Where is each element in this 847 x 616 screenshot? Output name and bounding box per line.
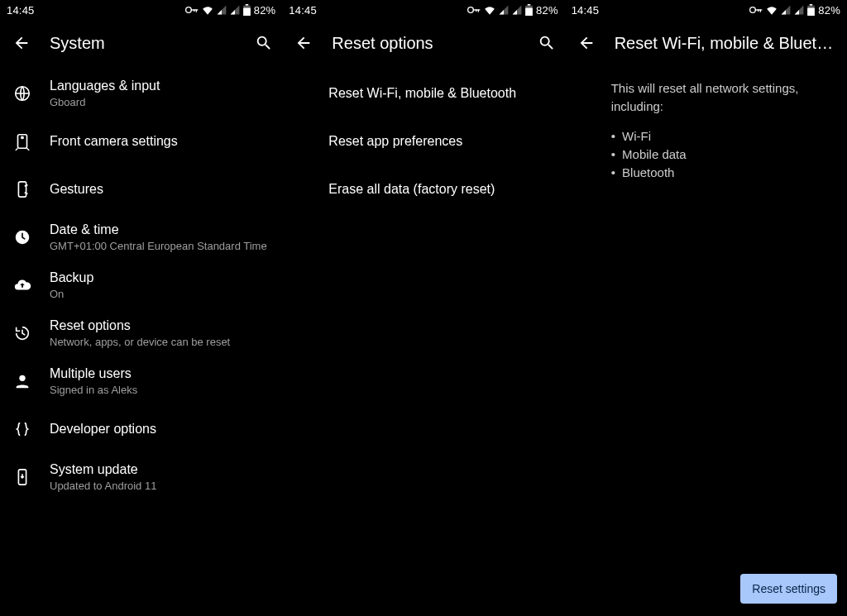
braces-icon (13, 420, 50, 438)
row-title: Backup (50, 270, 93, 286)
row-title: Front camera settings (50, 133, 178, 150)
battery-icon (807, 4, 815, 16)
row-front-camera[interactable]: Front camera settings (0, 117, 282, 165)
status-battery-pct: 82% (254, 4, 276, 17)
reset-list: Reset Wi-Fi, mobile & Bluetooth Reset ap… (282, 66, 564, 217)
status-battery-pct: 82% (536, 4, 558, 17)
search-button[interactable] (252, 31, 275, 55)
row-title: Reset app preferences (328, 133, 462, 150)
row-subtitle: Signed in as Aleks (50, 384, 137, 397)
page-title: System (50, 34, 236, 53)
front-camera-icon (13, 132, 50, 150)
row-subtitle: Updated to Android 11 (50, 480, 156, 493)
app-bar: Reset options (282, 20, 564, 66)
svg-rect-20 (525, 7, 533, 16)
arrow-back-icon (577, 34, 596, 52)
app-bar: System (0, 20, 282, 66)
row-subtitle: GMT+01:00 Central European Standard Time (50, 240, 267, 253)
search-button[interactable] (535, 31, 558, 55)
person-icon (13, 372, 50, 390)
back-button[interactable] (292, 31, 315, 55)
row-title: Languages & input (50, 78, 160, 94)
system-update-icon (13, 468, 50, 486)
clock-icon (13, 228, 50, 246)
signal-2-icon (512, 5, 522, 15)
svg-rect-18 (528, 4, 531, 6)
row-reset-app-prefs[interactable]: Reset app preferences (282, 117, 564, 165)
row-system-update[interactable]: System update Updated to Android 11 (0, 453, 282, 501)
reset-settings-button[interactable]: Reset settings (740, 574, 837, 604)
wifi-icon (202, 5, 213, 15)
status-bar: 14:45 82% (565, 0, 847, 20)
svg-rect-2 (195, 9, 196, 12)
row-title: Erase all data (factory reset) (328, 181, 495, 198)
page-title: Reset Wi-Fi, mobile & Blueto… (615, 34, 840, 53)
status-time: 14:45 (7, 4, 35, 17)
page-title: Reset options (332, 34, 518, 53)
bullet-bluetooth: Bluetooth (611, 164, 830, 182)
row-date-time[interactable]: Date & time GMT+01:00 Central European S… (0, 213, 282, 261)
svg-rect-27 (807, 7, 815, 16)
signal-1-icon (781, 5, 791, 15)
row-reset-network[interactable]: Reset Wi-Fi, mobile & Bluetooth (282, 69, 564, 117)
bullet-list: Wi-Fi Mobile data Bluetooth (565, 116, 847, 182)
vpn-key-icon (467, 6, 481, 14)
settings-list: Languages & input Gboard Front camera se… (0, 66, 282, 504)
search-icon (255, 34, 273, 52)
back-button[interactable] (575, 31, 598, 55)
globe-icon (13, 84, 50, 103)
row-title: Reset Wi-Fi, mobile & Bluetooth (328, 85, 516, 102)
row-developer-options[interactable]: Developer options (0, 405, 282, 453)
svg-point-9 (22, 136, 23, 138)
cloud-upload-icon (13, 276, 50, 294)
svg-rect-16 (478, 9, 479, 12)
row-languages-input[interactable]: Languages & input Gboard (0, 69, 282, 117)
svg-rect-6 (243, 7, 251, 16)
signal-2-icon (794, 5, 804, 15)
arrow-back-icon (12, 34, 31, 52)
screen-system: 14:45 82% (0, 0, 282, 616)
row-subtitle: On (50, 288, 93, 301)
svg-point-12 (19, 375, 25, 381)
signal-1-icon (499, 5, 509, 15)
screen-reset-network: 14:45 82% (565, 0, 847, 616)
app-bar: Reset Wi-Fi, mobile & Blueto… (565, 20, 847, 66)
row-title: System update (50, 461, 156, 478)
row-gestures[interactable]: Gestures (0, 165, 282, 213)
bullet-mobile-data: Mobile data (611, 146, 830, 164)
status-right: 82% (749, 4, 840, 17)
row-title: Developer options (50, 421, 156, 437)
svg-point-14 (468, 7, 474, 13)
status-bar: 14:45 82% (0, 0, 282, 20)
row-subtitle: Gboard (50, 96, 160, 109)
status-time: 14:45 (289, 4, 317, 17)
row-backup[interactable]: Backup On (0, 261, 282, 309)
status-right: 82% (467, 4, 558, 17)
row-title: Gestures (50, 181, 103, 198)
row-subtitle: Network, apps, or device can be reset (50, 336, 230, 349)
restore-icon (13, 324, 50, 342)
svg-rect-25 (810, 4, 813, 6)
svg-point-21 (750, 7, 756, 13)
svg-rect-24 (758, 9, 758, 12)
intro-text: This will reset all network settings, in… (565, 66, 847, 116)
row-factory-reset[interactable]: Erase all data (factory reset) (282, 165, 564, 213)
svg-rect-4 (245, 4, 248, 6)
status-right: 82% (185, 4, 276, 17)
battery-icon (525, 4, 533, 16)
svg-rect-23 (760, 9, 761, 12)
signal-1-icon (217, 5, 227, 15)
back-button[interactable] (10, 31, 33, 55)
bullet-wifi: Wi-Fi (611, 127, 830, 146)
row-multiple-users[interactable]: Multiple users Signed in as Aleks (0, 357, 282, 405)
gestures-icon (13, 180, 50, 198)
battery-icon (243, 4, 251, 16)
vpn-key-icon (185, 6, 199, 14)
wifi-icon (484, 5, 495, 15)
svg-point-0 (185, 7, 191, 13)
row-title: Reset options (50, 318, 230, 334)
status-time: 14:45 (572, 4, 600, 17)
status-battery-pct: 82% (818, 4, 840, 17)
row-reset-options[interactable]: Reset options Network, apps, or device c… (0, 309, 282, 357)
row-title: Date & time (50, 222, 267, 238)
